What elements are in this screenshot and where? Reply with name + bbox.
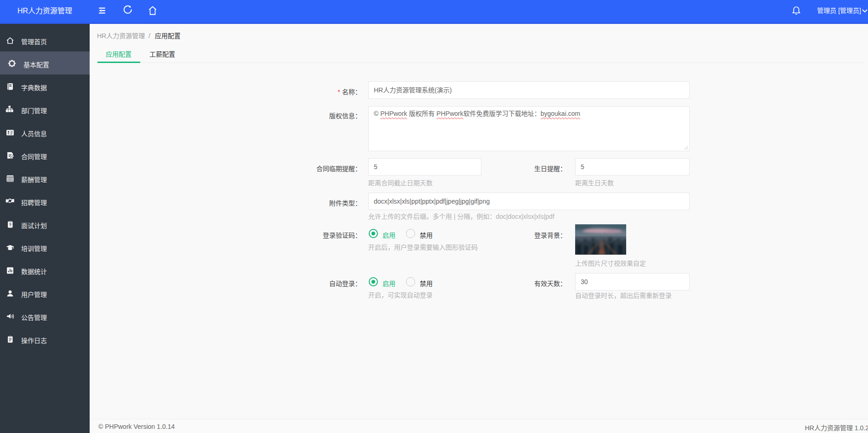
svg-text:?: ? bbox=[9, 222, 11, 227]
